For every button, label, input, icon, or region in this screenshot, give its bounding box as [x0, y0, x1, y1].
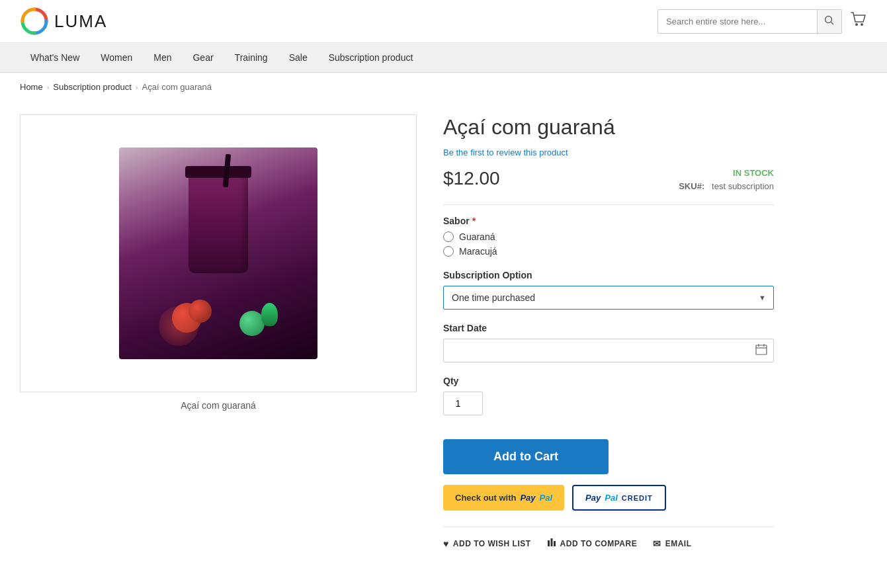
breadcrumb-sep-2: › — [136, 83, 138, 91]
search-input[interactable] — [658, 11, 817, 32]
svg-rect-11 — [554, 541, 556, 546]
compare-link[interactable]: ADD TO COMPARE — [547, 538, 638, 549]
search-bar — [657, 9, 842, 34]
logo-text: LUMA — [54, 11, 107, 32]
date-wrapper — [443, 339, 774, 362]
nav-item-men[interactable]: Men — [143, 43, 182, 72]
product-price: $12.00 — [443, 168, 500, 189]
radio-maracuja-label: Maracujá — [459, 246, 497, 257]
nav-item-subscription[interactable]: Subscription product — [318, 43, 424, 72]
review-link[interactable]: Be the first to review this product — [443, 147, 774, 157]
svg-rect-5 — [756, 345, 767, 355]
svg-rect-10 — [550, 538, 552, 546]
qty-input[interactable] — [443, 392, 483, 415]
subscription-label: Subscription Option — [443, 270, 774, 280]
main-image-container — [20, 114, 417, 392]
svg-rect-9 — [548, 540, 550, 546]
subscription-select[interactable]: One time purchased — [443, 286, 774, 310]
svg-point-3 — [855, 23, 858, 26]
paypal-buttons: Check out with PayPal PayPal CREDIT — [443, 485, 774, 511]
svg-point-1 — [825, 16, 832, 22]
logo[interactable]: LUMA — [20, 7, 107, 36]
product-gallery: Açaí com guaraná — [20, 114, 417, 549]
paypal-brand-2: Pal — [540, 493, 553, 503]
start-date-group: Start Date — [443, 323, 774, 362]
breadcrumb: Home › Subscription product › Açaí com g… — [0, 73, 887, 101]
compare-label: ADD TO COMPARE — [560, 539, 638, 548]
sabor-option-group: Sabor * Guaraná Maracujá — [443, 216, 774, 257]
radio-guarana-label: Guaraná — [459, 231, 495, 242]
qty-group: Qty — [443, 376, 774, 415]
subscription-option-group: Subscription Option One time purchased — [443, 270, 774, 310]
nav-item-training[interactable]: Training — [224, 43, 278, 72]
site-header: LUMA — [0, 0, 887, 43]
divider-1 — [443, 204, 774, 205]
logo-icon — [20, 7, 49, 36]
email-icon: ✉ — [653, 538, 661, 549]
search-icon — [824, 15, 835, 26]
sabor-label: Sabor * — [443, 216, 774, 226]
cart-button[interactable] — [849, 10, 867, 32]
compare-icon — [547, 538, 556, 549]
calendar-icon[interactable] — [755, 343, 767, 358]
stock-sku: IN STOCK SKU#: test subscription — [679, 168, 774, 191]
email-link[interactable]: ✉ EMAIL — [653, 538, 691, 549]
price-stock-row: $12.00 IN STOCK SKU#: test subscription — [443, 168, 774, 191]
radio-guarana[interactable]: Guaraná — [443, 231, 774, 242]
svg-line-2 — [831, 22, 834, 24]
cart-icon — [849, 10, 867, 28]
heart-icon: ♥ — [443, 538, 449, 549]
wish-list-label: ADD TO WISH LIST — [453, 539, 531, 548]
sku-label: SKU#: — [679, 181, 704, 191]
product-actions: ♥ ADD TO WISH LIST ADD TO COMPARE ✉ EMAI… — [443, 526, 774, 549]
svg-point-4 — [861, 23, 863, 26]
image-caption: Açaí com guaraná — [20, 392, 417, 419]
paypal-checkout-text: Check out with — [455, 493, 516, 503]
subscription-select-wrapper: One time purchased — [443, 286, 774, 310]
main-nav: What's New Women Men Gear Training Sale … — [0, 43, 887, 73]
required-star: * — [472, 216, 476, 226]
compare-bars-icon — [547, 538, 556, 547]
sku-row: SKU#: test subscription — [679, 181, 774, 191]
search-button[interactable] — [817, 10, 841, 33]
stock-status: IN STOCK — [679, 168, 774, 178]
start-date-input[interactable] — [443, 339, 774, 362]
sku-value: test subscription — [712, 181, 774, 191]
paypal-credit-pay: Pay — [585, 493, 601, 503]
breadcrumb-home[interactable]: Home — [20, 82, 43, 92]
start-date-label: Start Date — [443, 323, 774, 333]
breadcrumb-category[interactable]: Subscription product — [53, 82, 132, 92]
breadcrumb-sep-1: › — [47, 83, 50, 91]
header-right — [657, 9, 867, 34]
paypal-credit-label: CREDIT — [622, 494, 653, 502]
paypal-checkout-button[interactable]: Check out with PayPal — [443, 485, 564, 511]
product-title: Açaí com guaraná — [443, 114, 774, 140]
product-page: Açaí com guaraná Açaí com guaraná Be the… — [0, 101, 887, 575]
nav-item-whats-new[interactable]: What's New — [20, 43, 90, 72]
radio-maracuja[interactable]: Maracujá — [443, 246, 774, 257]
nav-item-gear[interactable]: Gear — [182, 43, 224, 72]
email-label: EMAIL — [665, 539, 692, 548]
radio-maracuja-input[interactable] — [443, 246, 454, 257]
paypal-credit-button[interactable]: PayPal CREDIT — [572, 485, 666, 511]
qty-label: Qty — [443, 376, 774, 386]
nav-item-sale[interactable]: Sale — [278, 43, 318, 72]
breadcrumb-current: Açaí com guaraná — [142, 82, 212, 92]
paypal-brand: Pay — [520, 493, 535, 503]
paypal-credit-pal: Pal — [605, 493, 618, 503]
add-to-cart-button[interactable]: Add to Cart — [443, 439, 609, 474]
radio-guarana-input[interactable] — [443, 231, 454, 242]
nav-item-women[interactable]: Women — [90, 43, 143, 72]
product-info: Açaí com guaraná Be the first to review … — [443, 114, 774, 549]
wish-list-link[interactable]: ♥ ADD TO WISH LIST — [443, 538, 531, 549]
